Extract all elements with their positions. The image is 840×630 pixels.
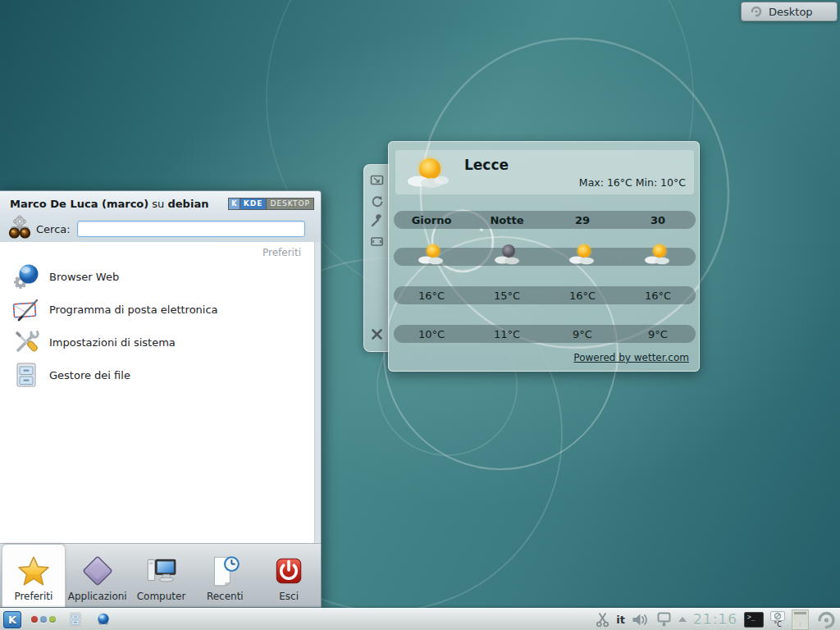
favorite-label: Impostazioni di sistema [49,336,176,349]
column-day: Giorno [394,214,469,226]
file-manager-launcher-icon[interactable] [67,611,84,628]
cashew-icon [750,5,763,18]
klipper-scissors-icon[interactable] [596,612,609,628]
favorite-email[interactable]: Programma di posta elettronica [0,293,314,326]
low-temp: 11°C [469,328,545,340]
plasmoid-handle[interactable] [363,164,390,352]
terminal-icon[interactable]: >_ [744,612,764,628]
weather-high-temps: 16°C 15°C 16°C 16°C [394,286,696,304]
kickoff-content: Preferiti Browser Web [0,242,315,543]
kickoff-menu: Marco De Luca (marco) su debian K KDE DE… [0,190,322,608]
high-temp: 15°C [469,290,545,302]
system-settings-icon [11,327,41,357]
favorite-label: Programma di posta elettronica [49,304,218,316]
network-monitor-icon[interactable] [656,612,672,627]
kickoff-tab-bar: Preferiti Applicazioni Computer [0,543,321,607]
night-cloud-icon [492,243,522,266]
tab-label: Computer [137,591,186,602]
email-icon [11,294,41,324]
tab-label: Preferiti [14,591,52,602]
weather-tray-icon[interactable]: °C [770,611,785,628]
web-browser-launcher-icon[interactable] [95,611,112,628]
tab-computer[interactable]: Computer [130,544,194,607]
badge-kde-label: KDE [240,199,267,209]
weather-city: Lecce [464,157,509,173]
recent-documents-icon [208,554,242,588]
kickoff-search-row: Cerca: [0,216,321,242]
applications-icon [80,554,115,588]
favorites-section-label: Preferiti [0,242,314,260]
search-input[interactable] [77,221,305,237]
tab-recenti[interactable]: Recenti [193,544,257,607]
pager-dots [31,616,56,623]
low-temp: 9°C [620,328,696,340]
kde-desktop-badge: K KDE DESKTOP [228,198,314,210]
volume-icon[interactable] [632,613,650,627]
search-binoculars-icon [7,214,33,240]
keyboard-layout-indicator[interactable]: it [616,614,625,626]
favorite-system-settings[interactable]: Impostazioni di sistema [0,326,314,358]
kickoff-header: Marco De Luca (marco) su debian K KDE DE… [0,191,321,216]
column-night: Notte [469,214,545,226]
desktop-toolbox-label: Desktop [769,6,813,18]
tab-applicazioni[interactable]: Applicazioni [66,544,130,607]
favorite-browser-web[interactable]: Browser Web [0,260,314,293]
high-temp: 16°C [545,290,620,302]
sun-cloud-icon [568,243,597,266]
user-su: su [148,198,167,210]
high-temp: 16°C [620,290,696,302]
sun-cloud-icon [643,243,673,266]
favorite-label: Gestore dei file [49,369,130,381]
panel-cashew-icon[interactable] [815,609,837,630]
bottom-panel: K it [0,608,840,630]
search-label: Cerca: [36,223,71,235]
weather-unit-label: °C [774,621,782,628]
column-date-29: 29 [545,214,620,226]
user-identity: Marco De Luca (marco) su debian [10,198,228,210]
computer-icon [144,554,178,588]
weather-header: Lecce Max: 16°C Min: 10°C [395,150,694,194]
user-name: Marco De Luca (marco) [10,198,148,210]
high-temp: 16°C [394,290,469,302]
host-name: debian [168,198,209,210]
desktop-toolbox[interactable]: Desktop [741,2,838,21]
weather-maxmin: Max: 16°C Min: 10°C [579,176,686,189]
weather-condition-icon [405,155,451,191]
kde-menu-button[interactable]: K [3,611,21,628]
terminal-prompt: >_ [747,614,756,621]
favorite-label: Browser Web [49,271,119,283]
low-temp: 10°C [394,328,469,340]
pager-dot-blue[interactable] [40,616,47,623]
wetter-com-link[interactable]: Powered by wetter.com [573,352,689,363]
column-date-30: 30 [620,214,696,226]
digital-clock[interactable]: 21:16 [693,611,737,628]
tab-esci[interactable]: Esci [257,544,321,607]
pager-dot-green[interactable] [49,616,56,623]
tab-label: Applicazioni [68,591,127,602]
web-browser-icon [11,262,41,291]
tab-label: Esci [279,591,299,602]
low-temp: 9°C [545,328,620,340]
pager-dot-red[interactable] [31,616,38,623]
favorite-file-manager[interactable]: Gestore dei file [0,358,314,391]
star-icon [16,554,51,588]
configure-wrench-icon[interactable] [370,214,384,228]
sun-cloud-icon [417,243,446,266]
systray-expander-icon[interactable] [678,617,687,622]
power-logout-icon [272,554,306,588]
close-icon[interactable] [370,327,384,341]
file-manager-icon [11,360,41,390]
tab-preferiti[interactable]: Preferiti [2,544,66,607]
tab-label: Recenti [207,591,244,602]
maximize-icon[interactable] [370,235,384,249]
weather-widget: Lecce Max: 16°C Min: 10°C Giorno Notte 2… [388,141,700,372]
weather-column-headers: Giorno Notte 29 30 [394,211,696,229]
mini-calendar-widget[interactable]: : [792,609,809,630]
resize-icon[interactable] [370,173,384,187]
weather-low-temps: 10°C 11°C 9°C 9°C [394,325,696,343]
badge-desktop-label: DESKTOP [266,199,313,209]
rotate-icon[interactable] [370,194,384,208]
kde-gear-icon: K [229,199,240,209]
